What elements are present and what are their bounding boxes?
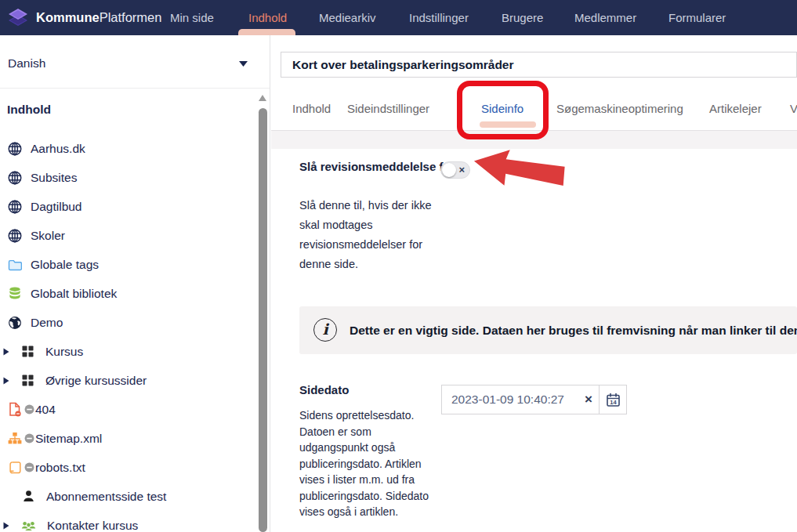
- brand-bold: Kommune: [36, 10, 100, 24]
- caret-right-icon[interactable]: [3, 377, 9, 385]
- tree-item-ovrige-kursussider[interactable]: Øvrige kursussider: [0, 366, 255, 395]
- page-title-input[interactable]: [281, 52, 797, 78]
- calendar-icon: 14: [606, 393, 621, 407]
- globe-icon: [8, 142, 22, 156]
- sidedato-input-group: × 14: [441, 385, 627, 414]
- revision-toggle[interactable]: ×: [440, 161, 470, 179]
- tree-item-subsites[interactable]: Subsites: [0, 163, 255, 192]
- info-banner: i Dette er en vigtig side. Dataen her br…: [299, 306, 797, 354]
- nav-item-brugere[interactable]: Brugere: [502, 0, 543, 35]
- grid-icon: [21, 345, 34, 358]
- tab-sideindstillinger[interactable]: Sideindstillinger: [347, 102, 429, 115]
- tree-item-label: 404: [35, 403, 56, 417]
- nav-item-indstillinger[interactable]: Indstillinger: [409, 0, 469, 35]
- folder-icon: [8, 259, 22, 271]
- svg-text:14: 14: [610, 398, 617, 405]
- tree-item-kontakter-kursus[interactable]: Kontakter kursus: [0, 511, 255, 532]
- tab-active-indicator: [480, 121, 536, 128]
- language-selector[interactable]: Danish: [8, 56, 45, 71]
- tree-item-label: Abonnementsside test: [46, 490, 166, 504]
- tree-item-label: Globalt bibliotek: [31, 287, 117, 301]
- nav-item-mediearkiv[interactable]: Mediearkiv: [319, 0, 376, 35]
- info-banner-text: Dette er en vigtig side. Dataen her brug…: [350, 306, 797, 354]
- calendar-button[interactable]: 14: [600, 385, 627, 414]
- toggle-knob: [442, 163, 456, 177]
- tree-item-label: Øvrige kursussider: [45, 374, 147, 388]
- clear-date-icon[interactable]: ×: [578, 385, 599, 414]
- sidebar: Danish Indhold Aarhus.dk Subsites Dagtil…: [0, 35, 270, 532]
- unpublished-badge-icon: [24, 433, 34, 443]
- nav-item-min-side[interactable]: Min side: [170, 0, 214, 35]
- content-divider-strip: [271, 131, 797, 149]
- brand-title: KommunePlatformen: [36, 0, 161, 35]
- tree-item-label: robots.txt: [35, 461, 85, 475]
- tab-versioner-clipped[interactable]: V: [790, 102, 797, 115]
- brand-logo-icon: [6, 5, 30, 29]
- earth-icon: [8, 316, 22, 330]
- sidedato-label: Sidedato: [299, 382, 349, 399]
- toggle-x-icon: ×: [458, 163, 465, 177]
- tree-item-globale-tags[interactable]: Globale tags: [0, 250, 255, 279]
- user-icon: [22, 490, 35, 503]
- nav-active-indicator: [238, 29, 295, 35]
- tab-content: Slå revisionsmeddelelse fra × Slå denne …: [271, 149, 797, 532]
- tree-item-label: Demo: [31, 316, 63, 330]
- tab-sideinfo[interactable]: Sideinfo: [481, 102, 523, 115]
- tree-item-label: Sitemap.xml: [35, 432, 102, 446]
- grid-icon: [21, 374, 34, 387]
- nav-item-formularer[interactable]: Formularer: [668, 0, 726, 35]
- revision-toggle-description: Slå denne til, hvis der ikke skal modtag…: [299, 196, 503, 274]
- tree-item-kursus[interactable]: Kursus: [0, 337, 255, 366]
- unpublished-badge-icon: [24, 462, 34, 472]
- tree-item-label: Subsites: [31, 171, 77, 185]
- scrollbar-up-arrow[interactable]: [259, 95, 266, 101]
- info-icon: i: [313, 318, 337, 342]
- database-icon: [8, 287, 22, 300]
- top-navbar: KommunePlatformen Min side Indhold Medie…: [0, 0, 797, 35]
- tree-item-globalt-bibliotek[interactable]: Globalt bibliotek: [0, 279, 255, 308]
- revision-toggle-label: Slå revisionsmeddelelse fra: [299, 158, 456, 176]
- scrollbar-thumb[interactable]: [259, 108, 267, 532]
- brand-light: Platformen: [100, 10, 162, 24]
- tree-item-label: Kursus: [45, 345, 83, 359]
- tree-item-sitemap[interactable]: Sitemap.xml: [0, 424, 255, 453]
- page-blocked-icon: [8, 402, 22, 417]
- tree-item-404[interactable]: 404: [0, 395, 255, 424]
- tree-item-label: Aarhus.dk: [31, 142, 85, 156]
- tab-artikelejer[interactable]: Artikelejer: [709, 102, 762, 115]
- tree-item-label: Dagtilbud: [31, 200, 82, 214]
- sidedato-description: Sidens oprettelsesdato. Datoen er som ud…: [299, 407, 503, 520]
- sidebar-section-title: Indhold: [7, 103, 51, 117]
- nav-item-medlemmer[interactable]: Medlemmer: [574, 0, 636, 35]
- tree-item-dagtilbud[interactable]: Dagtilbud: [0, 192, 255, 221]
- caret-right-icon[interactable]: [3, 348, 9, 356]
- tab-sogemaskineoptimering[interactable]: Søgemaskineoptimering: [556, 102, 683, 115]
- tree-item-skoler[interactable]: Skoler: [0, 221, 255, 250]
- tree-item-demo[interactable]: Demo: [0, 308, 255, 337]
- tree-item-label: Globale tags: [31, 258, 99, 272]
- tab-indhold[interactable]: Indhold: [292, 102, 331, 115]
- chevron-down-icon[interactable]: [239, 61, 248, 67]
- globe-icon: [8, 200, 22, 214]
- content-tree: Aarhus.dk Subsites Dagtilbud Skoler: [0, 134, 255, 532]
- users-icon: [21, 519, 36, 532]
- app-window: KommunePlatformen Min side Indhold Medie…: [0, 0, 797, 532]
- caret-right-icon[interactable]: [3, 522, 9, 530]
- tree-item-abonnementsside-test[interactable]: Abonnementsside test: [0, 482, 255, 511]
- sidedato-input[interactable]: [442, 385, 583, 414]
- main-panel: Indhold Sideindstillinger Sideinfo Søgem…: [271, 35, 797, 532]
- tree-item-label: Kontakter kursus: [47, 519, 138, 532]
- tree-item-label: Skoler: [31, 229, 65, 243]
- globe-icon: [8, 171, 22, 185]
- sitemap-icon: [8, 432, 22, 445]
- sidebar-divider: [0, 88, 270, 89]
- scroll-icon: [8, 461, 22, 475]
- tree-item-robots[interactable]: robots.txt: [0, 453, 255, 482]
- tree-item-aarhus[interactable]: Aarhus.dk: [0, 134, 255, 163]
- unpublished-badge-icon: [24, 404, 34, 414]
- globe-icon: [8, 229, 22, 243]
